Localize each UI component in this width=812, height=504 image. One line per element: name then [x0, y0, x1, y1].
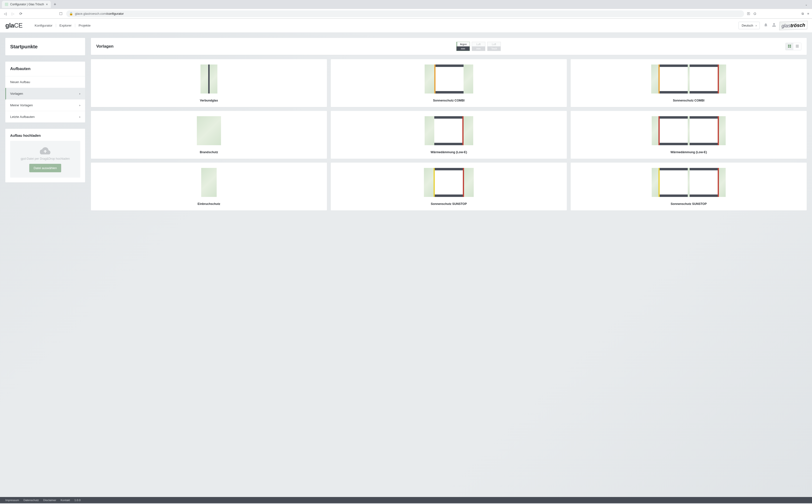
- language-label: Deutsch: [742, 24, 753, 27]
- card-title: Brandschutz: [200, 151, 218, 154]
- glass-diagram: [574, 167, 803, 198]
- unit-luft-mm[interactable]: Luft mm: [472, 42, 485, 51]
- view-toggle: [785, 43, 801, 50]
- unit-luft-inch[interactable]: Luft "/inch: [487, 42, 501, 51]
- template-card[interactable]: Einbruchschutz: [91, 163, 327, 210]
- main-content: Vorlagen Argon mm Luft mm Luft "/inch: [91, 38, 807, 487]
- chevron-right-icon: ›: [756, 24, 757, 27]
- svg-rect-3: [790, 46, 791, 47]
- menu-item-vorlagen[interactable]: Vorlagen ›: [5, 88, 85, 100]
- forward-button: ▷: [11, 11, 15, 17]
- menu-item-label: Vorlagen: [10, 92, 23, 95]
- glass-diagram: [574, 64, 803, 94]
- key-icon[interactable]: ⚿: [747, 12, 750, 15]
- card-title: Wärmedämmung (Low-E): [431, 151, 467, 154]
- bell-icon[interactable]: [764, 23, 768, 28]
- startpunkte-panel: Startpunkte: [5, 38, 85, 55]
- unit-top: Luft: [487, 42, 500, 46]
- template-card[interactable]: Verbundglas: [91, 59, 327, 107]
- footer-impressum[interactable]: Impressum: [5, 499, 19, 502]
- template-card[interactable]: Wärmedämmung (Low-E): [331, 111, 567, 159]
- template-card[interactable]: Sonnenschutz SUNSTOP: [331, 163, 567, 210]
- lock-icon: 🔒: [69, 12, 73, 15]
- startpunkte-title: Startpunkte: [10, 44, 80, 50]
- chevron-right-icon: ›: [79, 92, 80, 95]
- unit-argon-mm[interactable]: Argon mm: [456, 42, 470, 51]
- menu-item-neuer-aufbau[interactable]: Neuer Aufbau: [5, 76, 85, 88]
- company-logo[interactable]: glaströsch: [780, 22, 807, 29]
- unit-toggle-group: Argon mm Luft mm Luft "/inch: [456, 42, 501, 51]
- glass-diagram: [334, 64, 563, 94]
- tab-title: Configurator | Glas Trösch: [10, 3, 44, 6]
- glass-diagram: [334, 167, 563, 198]
- main-header: Vorlagen Argon mm Luft mm Luft "/inch: [91, 38, 807, 55]
- glass-diagram: [574, 115, 803, 146]
- new-tab-button[interactable]: +: [52, 2, 58, 7]
- template-grid: Verbundglas Sonnenschutz COMBI: [91, 59, 807, 210]
- glass-diagram: [334, 115, 563, 146]
- glass-diagram: [94, 64, 324, 94]
- favicon: [5, 3, 8, 6]
- nav-konfigurator[interactable]: Konfigurator: [31, 24, 56, 27]
- template-card[interactable]: Wärmedämmung (Low-E): [571, 111, 807, 159]
- menu-item-meine-vorlagen[interactable]: Meine Vorlagen ›: [5, 100, 85, 111]
- nav-projekte[interactable]: Projekte: [75, 24, 94, 27]
- address-bar[interactable]: 🔒 glace.glastroesch.com/configurator: [66, 10, 744, 17]
- translate-icon[interactable]: ⌬: [754, 12, 756, 15]
- browser-chrome: Configurator | Glas Trösch × + ⌄ ◁ ▷ ⟳ ☐…: [0, 0, 812, 19]
- list-view-button[interactable]: [793, 43, 801, 50]
- app-header: glaCE Konfigurator Explorer Projekte Deu…: [0, 19, 812, 33]
- template-card[interactable]: Sonnenschutz COMBI: [571, 59, 807, 107]
- back-button[interactable]: ◁: [3, 11, 8, 17]
- nav-explorer[interactable]: Explorer: [56, 24, 75, 27]
- unit-bot: mm: [456, 46, 470, 51]
- svg-rect-5: [796, 46, 799, 46]
- unit-bot: mm: [472, 46, 485, 51]
- card-title: Sonnenschutz COMBI: [433, 99, 465, 102]
- svg-rect-6: [796, 47, 799, 47]
- grid-view-button[interactable]: [786, 43, 793, 50]
- upload-dropzone[interactable]: gpd-Datei per Drag&Drop hochladen Datei …: [10, 141, 80, 178]
- glass-diagram: [94, 115, 324, 146]
- aufbauten-menu: Aufbauten Neuer Aufbau Vorlagen › Meine …: [5, 62, 85, 122]
- template-card[interactable]: Sonnenschutz COMBI: [331, 59, 567, 107]
- cloud-upload-icon: [13, 146, 77, 155]
- svg-rect-4: [796, 45, 799, 45]
- language-selector[interactable]: Deutsch ›: [739, 22, 760, 29]
- template-card[interactable]: Sonnenschutz SUNSTOP: [571, 163, 807, 210]
- url-text: glace.glastroesch.com/configurator: [75, 12, 124, 15]
- close-tab-icon[interactable]: ×: [46, 2, 48, 6]
- unit-bot: "/inch: [487, 46, 500, 51]
- svg-rect-0: [788, 44, 789, 46]
- upload-heading: Aufbau hochladen: [10, 134, 80, 137]
- svg-rect-1: [790, 44, 791, 46]
- menu-item-label: Letzte Aufbauten: [10, 115, 35, 119]
- menu-heading: Aufbauten: [5, 62, 85, 76]
- card-title: Sonnenschutz SUNSTOP: [431, 202, 467, 206]
- glass-diagram: [94, 167, 324, 198]
- card-title: Sonnenschutz COMBI: [673, 99, 705, 102]
- footer-datenschutz[interactable]: Datenschutz: [23, 499, 39, 502]
- browser-menu-icon[interactable]: ≡: [807, 12, 809, 15]
- footer-kontakt[interactable]: Kontakt: [60, 499, 70, 502]
- browser-tab[interactable]: Configurator | Glas Trösch ×: [2, 1, 51, 8]
- install-app-icon[interactable]: ⧉: [802, 12, 804, 16]
- sidebar: Startpunkte Aufbauten Neuer Aufbau Vorla…: [5, 38, 85, 487]
- footer-disclaimer[interactable]: Disclaimer: [43, 499, 56, 502]
- bookmark-icon[interactable]: ☐: [58, 11, 63, 17]
- reload-button[interactable]: ⟳: [18, 11, 23, 17]
- tabs-overflow-icon[interactable]: ⌄: [803, 3, 810, 6]
- card-title: Verbundglas: [200, 99, 218, 102]
- user-icon[interactable]: [772, 23, 776, 28]
- card-title: Einbruchschutz: [197, 202, 220, 206]
- card-title: Sonnenschutz SUNSTOP: [671, 202, 707, 206]
- top-nav: Konfigurator Explorer Projekte: [31, 24, 94, 27]
- chevron-right-icon: ›: [79, 103, 80, 107]
- footer-version: 1.0.0: [74, 499, 80, 502]
- choose-file-button[interactable]: Datei auswählen: [29, 164, 61, 172]
- template-card[interactable]: Brandschutz: [91, 111, 327, 159]
- unit-top: Luft: [472, 42, 485, 46]
- app-logo[interactable]: glaCE: [5, 22, 22, 29]
- menu-item-letzte-aufbauten[interactable]: Letzte Aufbauten ›: [5, 111, 85, 122]
- menu-item-label: Neuer Aufbau: [10, 80, 30, 84]
